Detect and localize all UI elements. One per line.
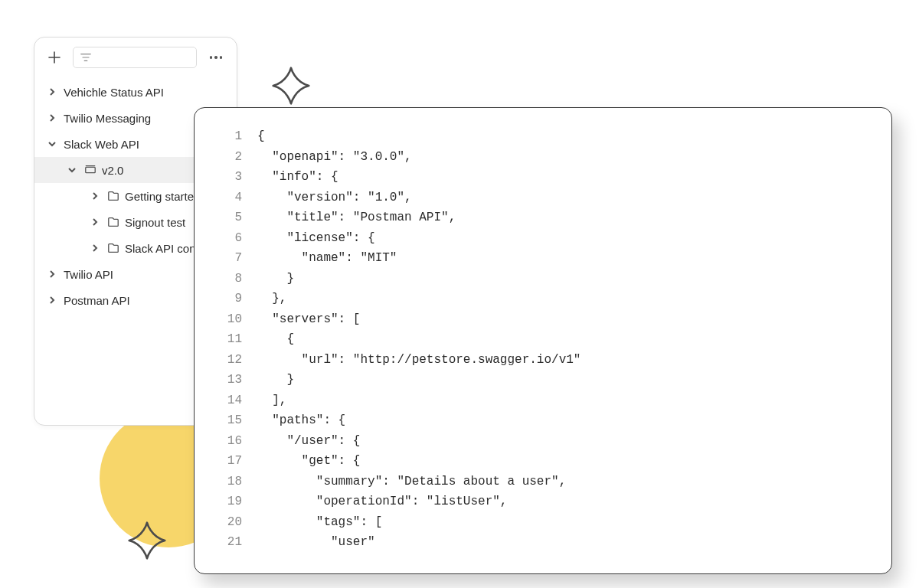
code-line: 19 "operationId": "listUser", [216, 492, 870, 512]
code-line: 21 "user" [216, 532, 870, 553]
line-number: 6 [216, 228, 242, 249]
line-text: "title": "Postman API", [257, 207, 456, 228]
code-line: 14 ], [216, 390, 870, 411]
line-text: ], [257, 390, 286, 411]
more-options-button[interactable] [204, 56, 227, 59]
line-text: "info": { [257, 167, 338, 188]
chevron-down-icon[interactable] [45, 137, 59, 151]
line-number: 4 [216, 188, 242, 208]
line-text: { [257, 126, 265, 147]
line-text: "servers": [ [257, 309, 360, 330]
chevron-right-icon[interactable] [45, 267, 59, 281]
tree-item-label: Vehichle Status API [64, 86, 164, 99]
code-line: 8 } [216, 269, 870, 289]
line-text: "summary": "Details about a user", [257, 472, 566, 492]
line-text: "version": "1.0", [257, 188, 412, 208]
line-number: 9 [216, 289, 242, 309]
line-text: }, [257, 289, 286, 309]
chevron-right-icon[interactable] [88, 241, 102, 255]
tree-item-label: Postman API [64, 294, 130, 307]
tree-item-label: v2.0 [102, 164, 123, 177]
sidebar-toolbar [34, 38, 237, 76]
line-text: "tags": [ [257, 512, 382, 533]
tree-item[interactable]: Vehichle Status API [34, 79, 237, 105]
line-text: "openapi": "3.0.0", [257, 147, 412, 168]
line-number: 18 [216, 472, 242, 492]
tree-item-label: Getting started [125, 190, 200, 203]
code-line: 5 "title": "Postman API", [216, 207, 870, 228]
code-line: 3 "info": { [216, 167, 870, 188]
chevron-right-icon[interactable] [45, 85, 59, 99]
line-number: 3 [216, 167, 242, 188]
tree-item-label: Twilio API [64, 268, 113, 281]
line-number: 7 [216, 248, 242, 269]
line-text: } [257, 370, 294, 390]
tree-item-label: Twilio Messaging [64, 112, 151, 125]
tree-item-label: Slack API contr [125, 242, 203, 255]
folder-icon [106, 189, 120, 203]
line-number: 1 [216, 126, 242, 147]
filter-icon [80, 51, 92, 64]
line-text: "user" [257, 532, 375, 553]
line-number: 5 [216, 207, 242, 228]
line-text: "url": "http://petstore.swagger.io/v1" [257, 350, 581, 371]
code-line: 10 "servers": [ [216, 309, 870, 330]
chevron-right-icon[interactable] [45, 293, 59, 307]
tree-item-label: Slack Web API [64, 138, 139, 151]
code-line: 13 } [216, 370, 870, 390]
code-editor-panel: 1{2 "openapi": "3.0.0",3 "info": {4 "ver… [194, 107, 892, 574]
line-number: 15 [216, 410, 242, 431]
sparkle-icon [270, 64, 312, 107]
code-line: 2 "openapi": "3.0.0", [216, 147, 870, 168]
line-number: 14 [216, 390, 242, 411]
code-line: 20 "tags": [ [216, 512, 870, 533]
line-number: 12 [216, 350, 242, 371]
chevron-down-icon[interactable] [65, 163, 79, 177]
code-line: 12 "url": "http://petstore.swagger.io/v1… [216, 350, 870, 371]
code-editor[interactable]: 1{2 "openapi": "3.0.0",3 "info": {4 "ver… [195, 108, 891, 571]
folder-icon [106, 215, 120, 229]
chevron-right-icon[interactable] [45, 111, 59, 125]
line-number: 10 [216, 309, 242, 330]
line-number: 17 [216, 451, 242, 472]
line-text: "/user": { [257, 431, 360, 452]
svg-rect-5 [86, 167, 95, 172]
code-line: 1{ [216, 126, 870, 147]
chevron-right-icon[interactable] [88, 215, 102, 229]
folder-icon [106, 241, 120, 255]
code-line: 17 "get": { [216, 451, 870, 472]
add-button[interactable] [44, 47, 65, 68]
line-number: 20 [216, 512, 242, 533]
line-number: 16 [216, 431, 242, 452]
line-number: 19 [216, 492, 242, 512]
chevron-right-icon[interactable] [88, 189, 102, 203]
filter-input[interactable] [73, 47, 197, 68]
tree-item-label: Signout test [125, 216, 185, 229]
line-text: "paths": { [257, 410, 345, 431]
line-text: } [257, 269, 294, 289]
line-text: { [257, 329, 294, 350]
line-number: 11 [216, 329, 242, 350]
line-text: "get": { [257, 451, 360, 472]
code-line: 18 "summary": "Details about a user", [216, 472, 870, 492]
code-line: 16 "/user": { [216, 431, 870, 452]
code-line: 6 "license": { [216, 228, 870, 249]
code-line: 7 "name": "MIT" [216, 248, 870, 269]
code-line: 9 }, [216, 289, 870, 309]
code-line: 11 { [216, 329, 870, 350]
line-text: "name": "MIT" [257, 248, 397, 269]
sparkle-icon [126, 519, 168, 562]
line-number: 13 [216, 370, 242, 390]
line-number: 21 [216, 532, 242, 553]
code-line: 15 "paths": { [216, 410, 870, 431]
line-text: "license": { [257, 228, 375, 249]
line-number: 8 [216, 269, 242, 289]
line-text: "operationId": "listUser", [257, 492, 507, 512]
collection-icon [83, 163, 97, 177]
line-number: 2 [216, 147, 242, 168]
code-line: 4 "version": "1.0", [216, 188, 870, 208]
